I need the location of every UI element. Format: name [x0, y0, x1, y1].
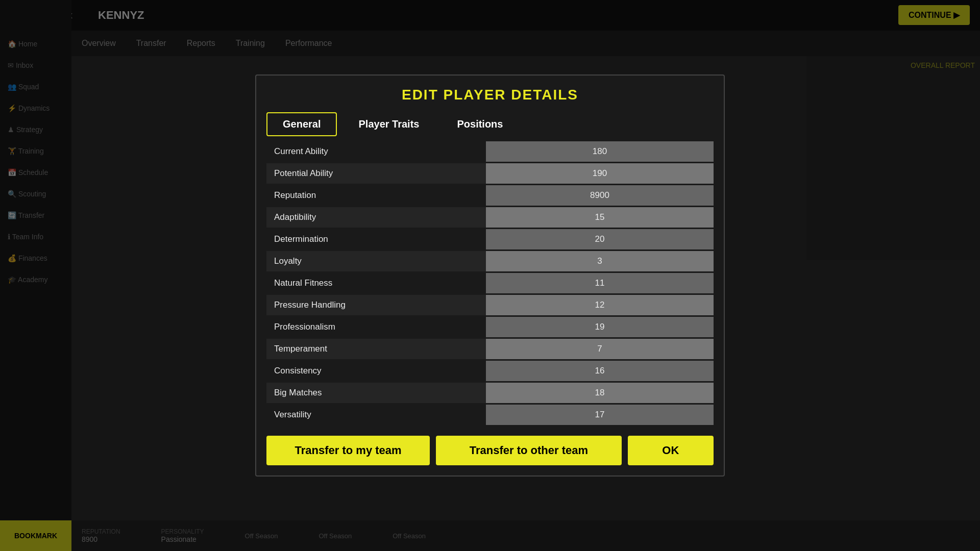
edit-player-modal: EDIT PLAYER DETAILS General Player Trait…	[255, 74, 725, 477]
row-value: 16	[486, 361, 714, 381]
transfer-my-team-button[interactable]: Transfer to my team	[266, 436, 430, 465]
tab-bar: General Player Traits Positions	[256, 112, 724, 136]
ok-button[interactable]: OK	[628, 436, 714, 465]
table-row: Current Ability180	[266, 141, 714, 162]
row-label: Consistency	[266, 361, 486, 381]
row-value: 19	[486, 317, 714, 337]
row-label: Adaptibility	[266, 207, 486, 228]
table-row: Pressure Handling12	[266, 295, 714, 315]
table-row: Adaptibility15	[266, 207, 714, 228]
row-label: Potential Ability	[266, 163, 486, 184]
row-value: 17	[486, 405, 714, 425]
tab-positions[interactable]: Positions	[440, 112, 519, 136]
row-value: 190	[486, 163, 714, 184]
row-label: Professionalism	[266, 317, 486, 337]
row-label: Pressure Handling	[266, 295, 486, 315]
row-value: 180	[486, 141, 714, 162]
modal-title: EDIT PLAYER DETAILS	[256, 76, 724, 112]
table-row: Reputation8900	[266, 185, 714, 206]
modal-footer: Transfer to my team Transfer to other te…	[256, 427, 724, 465]
transfer-other-team-button[interactable]: Transfer to other team	[436, 436, 621, 465]
tab-player-traits[interactable]: Player Traits	[342, 112, 435, 136]
row-label: Big Matches	[266, 383, 486, 403]
table-row: Temperament7	[266, 339, 714, 359]
row-value: 7	[486, 339, 714, 359]
table-row: Big Matches18	[266, 383, 714, 403]
table-row: Determination20	[266, 229, 714, 249]
row-label: Determination	[266, 229, 486, 249]
row-value: 8900	[486, 185, 714, 206]
row-label: Natural Fitness	[266, 273, 486, 293]
table-row: Consistency16	[266, 361, 714, 381]
row-label: Current Ability	[266, 141, 486, 162]
row-label: Reputation	[266, 185, 486, 206]
tab-general[interactable]: General	[266, 112, 337, 136]
table-row: Natural Fitness11	[266, 273, 714, 293]
row-value: 11	[486, 273, 714, 293]
table-row: Loyalty3	[266, 251, 714, 271]
row-label: Loyalty	[266, 251, 486, 271]
table-row: Professionalism19	[266, 317, 714, 337]
data-rows-container: Current Ability180Potential Ability190Re…	[256, 141, 724, 425]
row-value: 12	[486, 295, 714, 315]
table-row: Versatility17	[266, 405, 714, 425]
row-value: 18	[486, 383, 714, 403]
row-value: 15	[486, 207, 714, 228]
table-row: Potential Ability190	[266, 163, 714, 184]
row-label: Versatility	[266, 405, 486, 425]
row-label: Temperament	[266, 339, 486, 359]
row-value: 20	[486, 229, 714, 249]
row-value: 3	[486, 251, 714, 271]
